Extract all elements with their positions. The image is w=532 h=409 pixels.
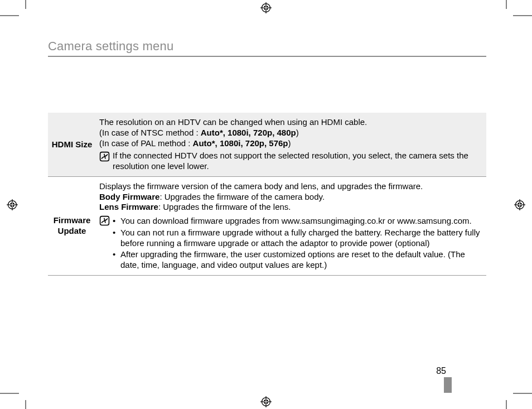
svg-point-9 [264,6,268,10]
hdmi-pal-prefix: (In case of PAL method : [99,138,193,148]
row-desc-firmware: Displays the firmware version of the cam… [96,177,486,275]
fw-line1: Displays the firmware version of the cam… [99,181,483,192]
fw-body-label: Body Firmware [99,192,159,201]
hdmi-ntsc-options: Auto*, 1080i, 720p, 480p [201,128,296,137]
registration-mark-top [260,2,272,13]
registration-mark-left [7,199,18,210]
hdmi-line1: The resolution on an HDTV can be changed… [99,117,483,128]
fw-bullet-list: You can download firmware upgrades from … [113,215,483,271]
hdmi-note: If the connected HDTV does not support t… [99,151,483,172]
hdmi-ntsc-suffix: ) [296,128,299,137]
svg-point-15 [264,400,268,404]
fw-body-line: Body Firmware: Upgrades the firmware of … [99,192,483,203]
fw-lens-label: Lens Firmware [99,202,158,211]
svg-point-8 [262,4,270,12]
registration-mark-bottom [260,396,272,407]
svg-point-21 [10,203,14,207]
hdmi-pal-line: (In case of PAL method : Auto*, 1080i, 7… [99,138,483,149]
hdmi-pal-options: Auto*, 1080i, 720p, 576p [193,138,288,148]
thumb-tab [444,377,452,393]
hdmi-pal-suffix: ) [288,138,291,148]
table-row-hdmi: HDMI Size The resolution on an HDTV can … [48,113,486,177]
fw-lens-line: Lens Firmware: Upgrades the firmware of … [99,202,483,213]
fw-body-desc: : Upgrades the firmware of the camera bo… [159,192,325,201]
fw-bullet: You can download firmware upgrades from … [113,216,483,227]
hdmi-ntsc-line: (In case of NTSC method : Auto*, 1080i, … [99,128,483,138]
fw-lens-desc: : Upgrades the firmware of the lens. [158,202,291,211]
row-label-firmware: Firmware Update [48,177,96,275]
row-desc-hdmi: The resolution on an HDTV can be changed… [96,113,486,176]
svg-point-27 [518,203,522,207]
table-row-firmware: Firmware Update Displays the firmware ve… [48,177,486,276]
page-title: Camera settings menu [48,39,486,57]
svg-point-26 [516,201,524,209]
registration-mark-right [514,199,525,210]
fw-bullet: After upgrading the firmware, the user c… [113,249,483,271]
hdmi-note-text: If the connected HDTV does not support t… [113,151,483,172]
fw-note: You can download firmware upgrades from … [99,215,483,271]
note-icon [99,215,113,229]
note-icon [99,151,113,165]
hdmi-ntsc-prefix: (In case of NTSC method : [99,128,201,137]
page-number: 85 [436,366,446,376]
svg-point-20 [8,201,17,209]
fw-bullet: You can not run a firmware upgrade witho… [113,228,483,249]
settings-table: HDMI Size The resolution on an HDTV can … [48,113,486,276]
row-label-hdmi: HDMI Size [48,113,96,176]
svg-point-14 [262,398,270,406]
